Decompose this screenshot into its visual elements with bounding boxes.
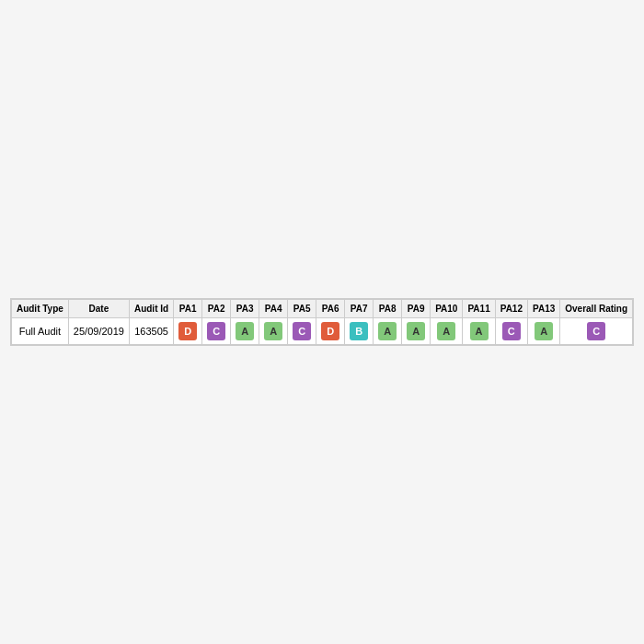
header-pa2: PA2 — [202, 300, 231, 318]
header-audit-type: Audit Type — [11, 300, 68, 318]
header-pa11: PA11 — [463, 300, 495, 318]
cell-date: 25/09/2019 — [68, 318, 129, 345]
badge-pa8: A — [378, 322, 397, 340]
cell-pa10: A — [431, 318, 463, 345]
cell-pa5: C — [288, 318, 316, 345]
header-pa8: PA8 — [374, 300, 402, 318]
badge-pa3: A — [236, 322, 254, 340]
badge-pa7: B — [350, 322, 368, 340]
badge-pa6: D — [321, 322, 339, 340]
badge-pa10: A — [437, 322, 455, 340]
header-pa7: PA7 — [345, 300, 374, 318]
header-pa10: PA10 — [431, 300, 463, 318]
badge-pa5: C — [293, 322, 311, 340]
cell-pa7: B — [345, 318, 374, 345]
cell-pa4: A — [259, 318, 288, 345]
cell-pa2: C — [202, 318, 231, 345]
cell-pa12: C — [495, 318, 527, 345]
badge-pa13: A — [535, 322, 553, 340]
header-pa4: PA4 — [259, 300, 288, 318]
cell-pa9: A — [402, 318, 431, 345]
cell-pa8: A — [374, 318, 402, 345]
cell-pa11: A — [463, 318, 495, 345]
header-audit-id: Audit Id — [129, 300, 173, 318]
header-overall-rating: Overall Rating — [560, 300, 633, 318]
header-pa3: PA3 — [231, 300, 259, 318]
header-pa12: PA12 — [495, 300, 527, 318]
cell-pa3: A — [231, 318, 259, 345]
badge-pa12: C — [502, 322, 521, 340]
cell-audit-type: Full Audit — [11, 318, 68, 345]
table-header-row: Audit Type Date Audit Id PA1 PA2 PA3 PA4… — [11, 300, 632, 318]
cell-audit-id: 163505 — [129, 318, 173, 345]
cell-pa1: D — [174, 318, 202, 345]
badge-pa2: C — [207, 322, 225, 340]
table-row: Full Audit 25/09/2019 163505 D C A A C D… — [11, 318, 632, 345]
badge-pa4: A — [264, 322, 282, 340]
header-pa5: PA5 — [288, 300, 316, 318]
header-pa9: PA9 — [402, 300, 431, 318]
audit-table: Audit Type Date Audit Id PA1 PA2 PA3 PA4… — [11, 299, 633, 345]
badge-pa1: D — [178, 322, 197, 340]
cell-pa6: D — [316, 318, 345, 345]
header-pa13: PA13 — [527, 300, 559, 318]
cell-overall-rating: C — [560, 318, 633, 345]
badge-pa9: A — [407, 322, 425, 340]
cell-pa13: A — [527, 318, 559, 345]
audit-table-wrapper: Audit Type Date Audit Id PA1 PA2 PA3 PA4… — [10, 298, 634, 346]
badge-pa11: A — [470, 322, 489, 340]
badge-overall: C — [587, 322, 605, 340]
header-pa1: PA1 — [174, 300, 202, 318]
header-date: Date — [68, 300, 129, 318]
header-pa6: PA6 — [316, 300, 345, 318]
